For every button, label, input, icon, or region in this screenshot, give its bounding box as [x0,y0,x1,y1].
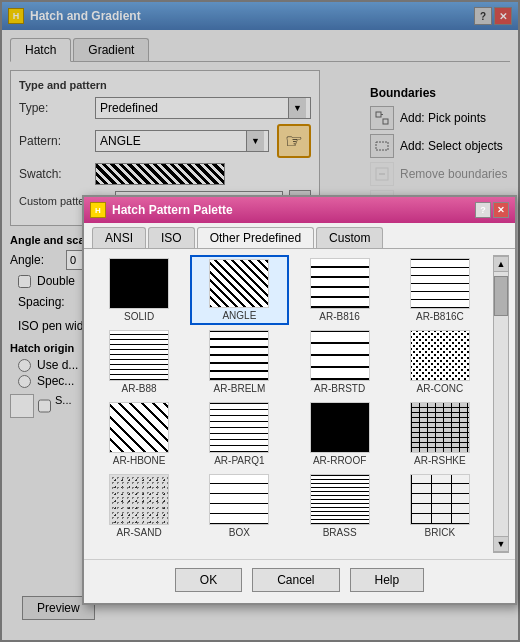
pattern-label-arparq1: AR-PARQ1 [214,455,264,466]
pattern-cell-arrshke[interactable]: AR-RSHKE [391,399,489,469]
scroll-down-button[interactable]: ▼ [493,536,509,552]
cancel-button[interactable]: Cancel [252,568,339,592]
pattern-img-arbrstd [310,330,370,381]
pattern-cell-box[interactable]: BOX [190,471,288,541]
pattern-img-arsand [109,474,169,525]
pattern-cell-r5c4[interactable] [391,543,489,553]
modal-titlebar: H Hatch Pattern Palette ? ✕ [84,197,515,223]
hatch-pattern-palette-dialog: H Hatch Pattern Palette ? ✕ ANSI ISO Oth… [82,195,517,605]
pattern-img-arconc [410,330,470,381]
modal-footer: OK Cancel Help [84,559,515,600]
pattern-img-brass [310,474,370,525]
pattern-img-arb88 [109,330,169,381]
tab-ansi[interactable]: ANSI [92,227,146,248]
pattern-cell-arconc[interactable]: AR-CONC [391,327,489,397]
pattern-label-arb88: AR-B88 [122,383,157,394]
pattern-img-solid [109,258,169,309]
pattern-grid: SOLID ANGLE AR-B816 AR-B816C AR-B88 A [90,255,489,553]
pattern-label-brick: BRICK [425,527,456,538]
pattern-cell-arbrelm[interactable]: AR-BRELM [190,327,288,397]
pattern-cell-arb816[interactable]: AR-B816 [291,255,389,325]
pattern-label-solid: SOLID [124,311,154,322]
modal-title: Hatch Pattern Palette [112,203,233,217]
pattern-img-box [209,474,269,525]
pattern-label-arhbone: AR-HBONE [113,455,166,466]
pattern-label-box: BOX [229,527,250,538]
pattern-label-arrshke: AR-RSHKE [414,455,466,466]
pattern-cell-arbrstd[interactable]: AR-BRSTD [291,327,389,397]
pattern-cell-solid[interactable]: SOLID [90,255,188,325]
modal-close-button[interactable]: ✕ [493,202,509,218]
pattern-img-brick [410,474,470,525]
pattern-cell-r5c1[interactable] [90,543,188,553]
tab-iso[interactable]: ISO [148,227,195,248]
pattern-cell-arparq1[interactable]: AR-PARQ1 [190,399,288,469]
pattern-label-arconc: AR-CONC [417,383,464,394]
modal-titlebar-left: H Hatch Pattern Palette [90,202,233,218]
pattern-cell-r5c2[interactable] [190,543,288,553]
pattern-label-arb816: AR-B816 [319,311,360,322]
scrollbar-track: ▲ ▼ [493,255,509,553]
pattern-img-arrshke [410,402,470,453]
pattern-label-arrroof: AR-RROOF [313,455,366,466]
pattern-cell-r5c3[interactable] [291,543,389,553]
pattern-img-arhbone [109,402,169,453]
scroll-up-button[interactable]: ▲ [493,256,509,272]
pattern-label-arb816c: AR-B816C [416,311,464,322]
modal-help-button[interactable]: ? [475,202,491,218]
modal-app-icon: H [90,202,106,218]
tab-custom[interactable]: Custom [316,227,383,248]
ok-button[interactable]: OK [175,568,242,592]
help-dialog-button[interactable]: Help [350,568,425,592]
pattern-label-brass: BRASS [323,527,357,538]
pattern-img-arb816 [310,258,370,309]
pattern-cell-brass[interactable]: BRASS [291,471,389,541]
modal-titlebar-buttons: ? ✕ [475,202,509,218]
pattern-img-arparq1 [209,402,269,453]
pattern-label-arsand: AR-SAND [117,527,162,538]
pattern-cell-arsand[interactable]: AR-SAND [90,471,188,541]
pattern-label-angle: ANGLE [222,310,256,321]
pattern-cell-angle[interactable]: ANGLE [190,255,288,325]
pattern-cell-arhbone[interactable]: AR-HBONE [90,399,188,469]
tab-other-predefined[interactable]: Other Predefined [197,227,314,248]
pattern-img-angle [209,259,269,308]
pattern-grid-container: SOLID ANGLE AR-B816 AR-B816C AR-B88 A [84,249,515,559]
pattern-img-arb816c [410,258,470,309]
pattern-cell-brick[interactable]: BRICK [391,471,489,541]
pattern-img-arrroof [310,402,370,453]
pattern-label-arbrstd: AR-BRSTD [314,383,365,394]
pattern-label-arbrelm: AR-BRELM [214,383,266,394]
scroll-thumb[interactable] [494,276,508,316]
modal-tabs: ANSI ISO Other Predefined Custom [84,223,515,249]
pattern-cell-arb816c[interactable]: AR-B816C [391,255,489,325]
pattern-img-arbrelm [209,330,269,381]
pattern-cell-arrroof[interactable]: AR-RROOF [291,399,389,469]
pattern-cell-arb88[interactable]: AR-B88 [90,327,188,397]
